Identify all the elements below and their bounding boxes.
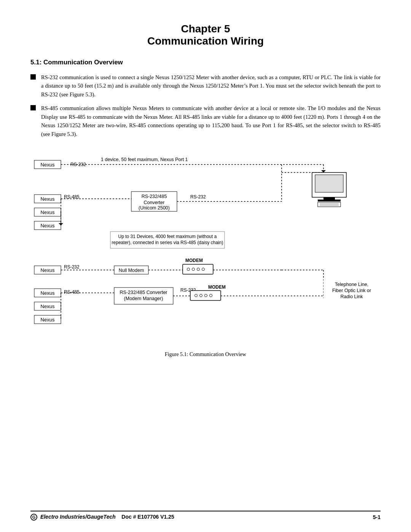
rs232-label-2: RS-232 [190, 194, 206, 200]
footer: G Electro Industries/GaugeTech Doc # E10… [30, 511, 381, 521]
nexus-box-1: Nexus [41, 162, 55, 168]
rs232-label-3: RS-232 [64, 264, 80, 270]
computer-stand [318, 200, 341, 201]
daisy-chain-text-1: Up to 31 Devices, 4000 feet maximum (wit… [118, 234, 217, 239]
telephone-text-3: Radio Link [340, 294, 363, 299]
footer-left: G Electro Industries/GaugeTech Doc # E10… [30, 514, 174, 521]
bullet-text-2: RS-485 communication allows multiple Nex… [41, 104, 381, 138]
daisy-chain-text-2: repeater), connected in series via RS-48… [112, 240, 223, 245]
chapter-number: Chapter 5 [181, 23, 230, 35]
nexus-box-2b: Nexus [41, 209, 55, 215]
bullet-square-1 [30, 74, 36, 80]
figure-caption: Figure 5.1: Communication Overview [30, 351, 381, 358]
converter-label-1: RS-232/485 [142, 194, 167, 199]
nexus-box-4c: Nexus [41, 317, 55, 323]
section-number: 5.1: [30, 59, 41, 66]
modem-label-top: MODEM [185, 258, 203, 263]
chapter-heading: Chapter 5 Communication Wiring [30, 23, 381, 47]
bullet-item-1: RS-232 communication is used to connect … [30, 73, 381, 99]
modem-manager-label-2: (Modem Manager) [124, 296, 163, 301]
logo-symbol: G [30, 514, 37, 521]
bullet-square-2 [30, 105, 36, 110]
nexus-box-3: Nexus [41, 267, 55, 273]
footer-page: 5-1 [373, 514, 381, 520]
page: Chapter 5 Communication Wiring 5.1: Comm… [0, 0, 411, 532]
diagram-svg: Nexus RS-232 1 device, 50 feet maximum, … [30, 150, 381, 348]
chapter-title-text: Communication Wiring [147, 35, 264, 47]
device-info-label: 1 device, 50 feet maximum, Nexus Port 1 [101, 157, 188, 162]
computer-screen [315, 175, 343, 192]
nexus-box-2c: Nexus [41, 223, 55, 228]
chapter-title: Chapter 5 Communication Wiring [30, 23, 381, 47]
nexus-box-4b: Nexus [41, 304, 55, 309]
arrow-to-computer [321, 170, 326, 173]
computer-base [323, 197, 335, 200]
nexus-box-2a: Nexus [41, 196, 55, 202]
section-heading: 5.1: Communication Overview [30, 59, 381, 66]
telephone-text-2: Fiber Optic Link or [332, 288, 371, 293]
bullet-text-1: RS-232 communication is used to connect … [41, 73, 381, 99]
null-modem-label: Null Modem [119, 268, 144, 273]
converter-label-2: Converter [144, 200, 165, 205]
footer-company: Electro Industries/GaugeTech [40, 514, 116, 520]
bullet-item-2: RS-485 communication allows multiple Nex… [30, 104, 381, 138]
modem-label-row4: MODEM [208, 284, 226, 290]
figure-caption-text: Figure 5.1: Communication Overview [165, 351, 246, 357]
modem-manager-label-1: RS-232/485 Converter [119, 290, 167, 295]
section-title: Communication Overview [43, 59, 123, 66]
unicom-label: (Unicom 2500) [139, 205, 170, 211]
telephone-text-1: Telephone Line, [335, 282, 368, 287]
bullet-section: RS-232 communication is used to connect … [30, 73, 381, 138]
nexus-box-4a: Nexus [41, 290, 55, 296]
diagram-container: Nexus RS-232 1 device, 50 feet maximum, … [30, 150, 381, 348]
footer-doc-info: Doc # E107706 V1.25 [121, 514, 174, 520]
rs485-label-4: RS-485 [64, 289, 80, 295]
